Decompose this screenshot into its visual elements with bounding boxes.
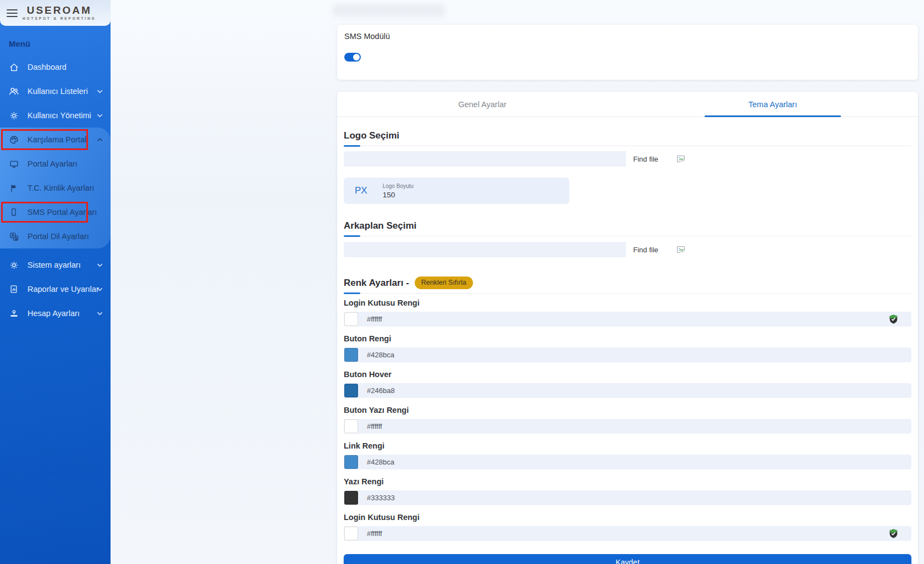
broken-image-icon <box>676 246 685 254</box>
accounts-icon <box>8 308 19 319</box>
section-title-renk-ayarlari: Renk Ayarları - <box>344 277 409 289</box>
background-file-input[interactable] <box>344 242 626 257</box>
color-row-field: #333333 <box>344 490 911 505</box>
palette-icon <box>8 134 19 145</box>
settings-card: Genel Ayarlar Tema Ayarları Logo Seçimi … <box>337 92 918 564</box>
sidebar-title: Menü <box>9 39 111 48</box>
flag-icon <box>8 183 19 193</box>
hamburger-menu-button[interactable] <box>7 7 18 19</box>
sidebar-item-label: Portal Ayarları <box>28 159 78 168</box>
color-hex-input[interactable]: #ffffff <box>367 422 382 430</box>
brand-tagline: HOTSPOT & REPORTING <box>23 17 96 21</box>
color-row-label: Buton Rengi <box>344 334 911 344</box>
logo-size-value[interactable]: 150 <box>383 191 414 199</box>
sidebar-item-label: Karşılama Portalı <box>28 135 89 144</box>
sidebar-item-label: Dashboard <box>28 63 67 71</box>
monitor-icon <box>8 158 19 169</box>
reset-colors-badge[interactable]: Renkleri Sıfırla <box>415 277 473 289</box>
users-icon <box>8 86 19 97</box>
sms-module-toggle[interactable] <box>344 53 361 62</box>
brand-logo: USEROAM HOTSPOT & REPORTING <box>23 5 96 21</box>
sms-module-label: SMS Modülü <box>344 32 911 41</box>
logo-size-label: Logo Boyutu <box>383 183 414 189</box>
color-row-label: Login Kutusu Rengi <box>344 298 911 308</box>
sidebar-item-label: Kullanıcı Listeleri <box>28 87 88 96</box>
sidebar-item-tc-kimlik-ayarlari[interactable]: T.C. Kimlik Ayarları <box>0 176 111 200</box>
tab-bar: Genel Ayarlar Tema Ayarları <box>337 92 918 117</box>
phone-icon <box>8 207 19 218</box>
chevron-up-icon <box>96 136 103 143</box>
color-row-label: Buton Hover <box>344 370 911 379</box>
color-row-label: Buton Yazı Rengi <box>344 406 911 415</box>
section-title-arkaplan-secimi: Arkaplan Seçimi <box>344 220 911 232</box>
sidebar-item-hesap-ayarlari[interactable]: Hesap Ayarları <box>0 301 111 325</box>
sidebar-item-label: Sistem ayarları <box>28 261 81 269</box>
sidebar-item-label: SMS Portal Ayarları <box>28 208 97 217</box>
shield-check-icon[interactable] <box>889 314 898 324</box>
sidebar-item-dashboard[interactable]: Dashboard <box>0 55 111 79</box>
sidebar-item-karsilama-portali[interactable]: Karşılama Portalı <box>0 128 111 152</box>
color-swatch[interactable] <box>344 455 358 469</box>
chevron-down-icon <box>96 112 103 119</box>
sidebar-item-portal-ayarlari[interactable]: Portal Ayarları <box>0 152 111 176</box>
sidebar-item-label: Raporlar ve Uyarılar <box>28 285 99 294</box>
sidebar-item-portal-dil-ayarlari[interactable]: Portal Dil Ayarları <box>0 224 111 248</box>
section-divider <box>344 235 911 237</box>
sidebar-item-label: Portal Dil Ayarları <box>28 232 89 241</box>
color-row-field: #428bca <box>344 347 911 362</box>
color-row-label: Login Kutusu Rengi <box>344 513 911 522</box>
section-divider <box>344 145 911 147</box>
sidebar-item-kullanici-listeleri[interactable]: Kullanıcı Listeleri <box>0 79 111 103</box>
color-hex-input[interactable]: #ffffff <box>367 315 382 323</box>
sms-module-card: SMS Modülü <box>337 25 918 80</box>
tab-genel-ayarlar[interactable]: Genel Ayarlar <box>337 92 628 117</box>
brand-name: USEROAM <box>27 5 92 15</box>
background-find-file-button[interactable]: Find file <box>626 242 666 257</box>
section-title-logo-secimi: Logo Seçimi <box>344 130 911 142</box>
sidebar-item-sms-portal-ayarlari[interactable]: SMS Portal Ayarları <box>0 200 111 224</box>
sidebar-item-raporlar-ve-uyarilar[interactable]: Raporlar ve Uyarılar <box>0 277 111 301</box>
logo-file-input-group: Find file <box>344 151 666 167</box>
chevron-down-icon <box>96 286 103 293</box>
tab-tema-ayarlari[interactable]: Tema Ayarları <box>628 92 918 117</box>
color-swatch[interactable] <box>344 527 358 540</box>
color-swatch[interactable] <box>344 312 358 326</box>
color-swatch[interactable] <box>344 384 358 397</box>
broken-image-icon <box>676 155 685 163</box>
save-button[interactable]: Kaydet <box>344 554 911 564</box>
color-row-label: Yazı Rengi <box>344 477 911 486</box>
color-swatch[interactable] <box>344 491 358 505</box>
color-row-field: #ffffff <box>344 419 911 434</box>
translate-icon <box>8 231 19 242</box>
color-row-field: #ffffff <box>344 312 911 327</box>
logo-size-group: PX Logo Boyutu 150 <box>344 178 569 204</box>
sidebar: USEROAM HOTSPOT & REPORTING Menü Dashboa… <box>0 0 111 564</box>
chevron-down-icon <box>96 88 103 95</box>
sidebar-item-kullanici-yonetimi[interactable]: Kullanıcı Yönetimi <box>0 103 111 128</box>
active-tab-underline <box>705 115 841 118</box>
color-hex-input[interactable]: #333333 <box>367 494 395 502</box>
tab-label: Tema Ayarları <box>749 100 797 109</box>
main-content: SMS Modülü Genel Ayarlar Tema Ayarları L… <box>337 0 918 564</box>
color-row-field: #246ba8 <box>344 383 911 398</box>
shield-check-icon[interactable] <box>889 528 898 539</box>
home-icon <box>8 62 19 73</box>
color-hex-input[interactable]: #246ba8 <box>367 386 395 395</box>
color-row-field: #ffffff <box>344 526 911 541</box>
sidebar-item-label: Hesap Ayarları <box>28 309 80 318</box>
color-hex-input[interactable]: #428bca <box>367 351 394 359</box>
sidebar-item-label: Kullanıcı Yönetimi <box>28 111 91 120</box>
logo-file-input[interactable] <box>344 151 626 167</box>
sidebar-item-sistem-ayarlari[interactable]: Sistem ayarları <box>0 253 111 277</box>
color-swatch[interactable] <box>344 348 358 362</box>
brand-band: USEROAM HOTSPOT & REPORTING <box>0 0 111 26</box>
color-row-label: Link Rengi <box>344 441 911 451</box>
color-hex-input[interactable]: #428bca <box>367 458 394 466</box>
sidebar-item-label: T.C. Kimlik Ayarları <box>28 184 94 192</box>
chevron-down-icon <box>96 310 103 317</box>
color-hex-input[interactable]: #ffffff <box>367 529 382 538</box>
background-file-input-group: Find file <box>344 242 666 257</box>
color-swatch[interactable] <box>344 419 358 433</box>
logo-find-file-button[interactable]: Find file <box>626 151 666 167</box>
color-row-field: #428bca <box>344 455 911 469</box>
